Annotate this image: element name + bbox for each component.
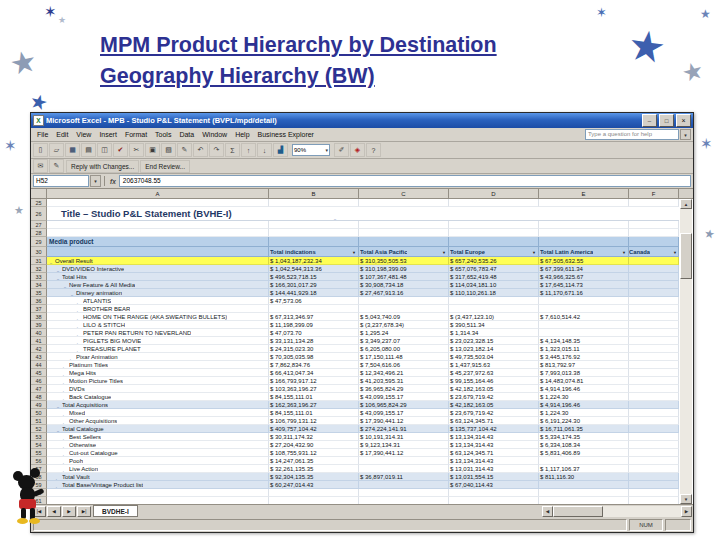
cell[interactable] <box>539 489 629 497</box>
cell[interactable]: Motion Picture Titles <box>47 377 269 385</box>
filter-icon[interactable] <box>352 249 356 255</box>
scroll-track[interactable] <box>680 279 692 494</box>
sheet-row[interactable]: 36ATLANTIS$ 47,573.06 <box>31 297 679 305</box>
cell[interactable] <box>359 305 449 313</box>
horizontal-scrollbar[interactable] <box>542 506 692 517</box>
sheet-row[interactable]: 50Mixed$ 84,155,111.01$ 43,099,155.17$ 2… <box>31 409 679 417</box>
cell[interactable]: $ 43,966,325.67 <box>539 273 629 281</box>
cell[interactable]: Cut-out Catalogue <box>47 449 269 457</box>
cell[interactable] <box>629 305 679 313</box>
new-icon[interactable]: ▯ <box>33 143 48 157</box>
sheet-row[interactable]: 26Title – Studio P&L Statement (BVHE-I) <box>31 207 679 221</box>
window-titlebar[interactable]: Microsoft Excel - MPB - Studio P&L State… <box>31 113 693 128</box>
cell[interactable] <box>359 481 449 489</box>
row-number[interactable]: 50 <box>31 409 47 417</box>
sheet-row[interactable]: 30Total indicationsTotal Asia PacificTot… <box>31 247 679 257</box>
cell[interactable]: $ 4,134,148.35 <box>539 337 629 345</box>
cell[interactable]: $ 49,735,503.04 <box>449 353 539 361</box>
cell[interactable] <box>629 441 679 449</box>
cell[interactable] <box>629 229 679 237</box>
cell[interactable] <box>449 489 539 497</box>
cell[interactable] <box>47 247 269 257</box>
cell[interactable] <box>629 289 679 297</box>
cell[interactable]: $ 14,483,074.81 <box>539 377 629 385</box>
cell[interactable]: TREASURE PLANET <box>47 345 269 353</box>
cell[interactable]: $ 67,505,632.55 <box>539 257 629 265</box>
cell[interactable] <box>359 489 449 497</box>
scroll-down-icon[interactable] <box>680 494 692 504</box>
cell[interactable]: $ 43,099,155.17 <box>359 409 449 417</box>
cell[interactable]: $ 27,467,913.16 <box>359 289 449 297</box>
cell[interactable]: Total Catalogue <box>47 425 269 433</box>
sheet-row[interactable]: 28 <box>31 229 679 237</box>
sheet-row[interactable]: 41PIGLETS BIG MOVIE$ 33,131,134.28$ 3,34… <box>31 337 679 345</box>
sheet-row[interactable]: 52Total Catalogue$ 409,757,104.42$ 274,2… <box>31 425 679 433</box>
cell[interactable]: $ 13,031,554.15 <box>449 473 539 481</box>
cell[interactable]: $ 1,224.30 <box>539 409 629 417</box>
cell[interactable]: $ 36,897,019.11 <box>359 473 449 481</box>
cell[interactable] <box>629 457 679 465</box>
cell[interactable] <box>449 305 539 313</box>
cell[interactable]: $ 1,437,915.63 <box>449 361 539 369</box>
cell[interactable]: $ 47,573.06 <box>269 297 359 305</box>
cell[interactable]: $ 103,363,196.27 <box>269 385 359 393</box>
menu-business-explorer[interactable]: Business Explorer <box>254 131 318 138</box>
menu-data[interactable]: Data <box>175 131 198 138</box>
column-header-cell[interactable]: Total indications <box>269 247 359 257</box>
menu-tools[interactable]: Tools <box>151 131 175 138</box>
cell[interactable]: $ 409,757,104.42 <box>269 425 359 433</box>
cell[interactable] <box>359 237 449 247</box>
scroll-right-icon[interactable] <box>681 506 692 517</box>
cell[interactable] <box>47 229 269 237</box>
chevron-down-icon[interactable] <box>90 175 101 187</box>
cell[interactable] <box>539 229 629 237</box>
cell[interactable]: $ 811,116.30 <box>539 473 629 481</box>
cell[interactable]: $ 60,247,014.43 <box>269 481 359 489</box>
sheet-row[interactable]: 45Mega Hits$ 66,413,047.34$ 12,343,496.2… <box>31 369 679 377</box>
cell[interactable] <box>629 393 679 401</box>
column-letter-b[interactable]: B <box>269 189 359 199</box>
cell[interactable]: $ 99,155,164.46 <box>449 377 539 385</box>
cell[interactable]: $ 32,261,135.35 <box>269 465 359 473</box>
cell[interactable] <box>539 297 629 305</box>
maximize-button[interactable] <box>659 114 674 127</box>
cell[interactable] <box>539 329 629 337</box>
cell[interactable]: $ 166,301,017.29 <box>269 281 359 289</box>
cell[interactable]: $ 106,799,131.12 <box>269 417 359 425</box>
cell[interactable]: ATLANTIS <box>47 297 269 305</box>
cell[interactable] <box>629 465 679 473</box>
cell[interactable] <box>539 305 629 313</box>
cell[interactable]: $ 107,367,481.48 <box>359 273 449 281</box>
cell[interactable] <box>449 199 539 207</box>
cell[interactable] <box>629 265 679 273</box>
cell[interactable] <box>47 221 269 229</box>
sheet-row[interactable]: 55Cut-out Catalogue$ 108,755,931.12$ 17,… <box>31 449 679 457</box>
row-number[interactable]: 48 <box>31 393 47 401</box>
cell[interactable] <box>629 221 679 229</box>
cell[interactable]: $ 7,610,514.42 <box>539 313 629 321</box>
row-number[interactable]: 47 <box>31 385 47 393</box>
cell[interactable] <box>539 221 629 229</box>
minimize-button[interactable] <box>642 114 657 127</box>
cell[interactable] <box>359 297 449 305</box>
menu-edit[interactable]: Edit <box>52 131 72 138</box>
cell[interactable] <box>449 237 539 247</box>
row-number[interactable]: 46 <box>31 377 47 385</box>
scroll-left-icon[interactable] <box>542 506 553 517</box>
sheet-row[interactable]: 53Best Sellers$ 30,311,174.32$ 10,191,31… <box>31 433 679 441</box>
cell[interactable]: Otherwise <box>47 441 269 449</box>
cell[interactable]: $ 813,792.97 <box>539 361 629 369</box>
cell[interactable] <box>539 199 629 207</box>
row-number[interactable]: 43 <box>31 353 47 361</box>
cell[interactable]: $ 10,191,314.31 <box>359 433 449 441</box>
last-sheet-icon[interactable] <box>77 506 91 517</box>
cell[interactable]: $ 67,313,346.97 <box>269 313 359 321</box>
row-number[interactable]: 54 <box>31 441 47 449</box>
cell[interactable]: New Feature & All Media <box>47 281 269 289</box>
cell[interactable]: $ (3,437,123.10) <box>449 313 539 321</box>
cell[interactable]: HOME ON THE RANGE (AKA SWEATING BULLETS) <box>47 313 269 321</box>
cell[interactable]: $ 63,124,345.71 <box>449 417 539 425</box>
cell[interactable]: $ 110,110,261.18 <box>449 289 539 297</box>
cell[interactable]: Total Vault <box>47 473 269 481</box>
cell[interactable]: $ 13,134,314.43 <box>449 433 539 441</box>
